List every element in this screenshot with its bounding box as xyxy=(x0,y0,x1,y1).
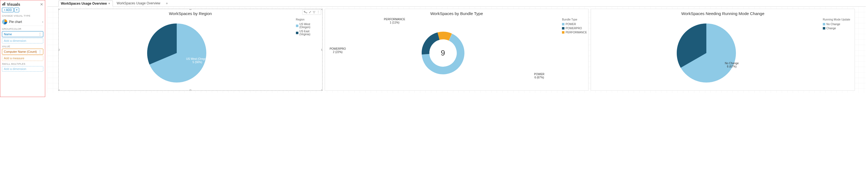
tab-inactive[interactable]: WorkSpaces Usage Overview xyxy=(115,1,162,6)
sheet-tabs: WorkSpaces Usage Overview ▼ WorkSpaces U… xyxy=(48,0,866,7)
add-measure-placeholder[interactable]: Add a measure xyxy=(2,55,43,61)
chart-title: WorkSpaces Needing Running Mode Change xyxy=(591,9,855,16)
expand-icon[interactable]: ⤢ xyxy=(309,10,311,14)
slice-label-performance: PERFORMANCE1 (11%) xyxy=(384,18,405,24)
dashboard-canvas: WorkSpaces Usage Overview ▼ WorkSpaces U… xyxy=(45,0,868,97)
pie-chart[interactable]: Change3 (33%) No Change6 (67%) xyxy=(591,16,822,90)
slice-label-power: POWER6 (67%) xyxy=(534,73,545,79)
chart-title: WorkSpaces by Bundle Type xyxy=(325,9,589,16)
legend-title: Bundle Type xyxy=(562,18,587,21)
more-icon[interactable]: ⋮ xyxy=(38,50,41,53)
legend-item[interactable]: POWERPRO xyxy=(562,27,587,30)
add-button[interactable]: + ADD xyxy=(2,8,14,12)
viz-workspaces-by-bundle[interactable]: WorkSpaces by Bundle Type 9 POWER6 (67%)… xyxy=(325,9,589,91)
donut-center-value: 9 xyxy=(441,49,445,57)
legend: Running Mode Update No Change Change xyxy=(822,16,855,90)
visuals-panel: Visuals ✕ + ADD ▼ CHANGE VISUAL TYPE Pie… xyxy=(0,0,45,97)
viz-toolbar: ✎ₐ ⤢ ▽ ⋮ xyxy=(302,9,321,15)
tab-label: WorkSpaces Usage Overview xyxy=(61,2,107,5)
visual-type-selector[interactable]: Pie chart › xyxy=(2,18,43,26)
svg-rect-2 xyxy=(4,2,5,5)
viz-workspaces-running-mode[interactable]: WorkSpaces Needing Running Mode Change C… xyxy=(591,9,855,91)
pie-chart-icon xyxy=(2,19,7,25)
slice-label-powerpro: POWERPRO2 (22%) xyxy=(330,47,346,54)
legend-item[interactable]: PERFORMANCE xyxy=(562,31,587,34)
add-small-mult-placeholder[interactable]: Add a dimension xyxy=(2,66,43,72)
panel-title: Visuals xyxy=(2,2,20,7)
autograph-icon[interactable]: ✎ₐ xyxy=(304,10,307,14)
legend-item[interactable]: Change xyxy=(823,27,854,30)
chevron-right-icon: › xyxy=(42,20,43,24)
add-dropdown[interactable]: ▼ xyxy=(14,8,19,12)
change-visual-type-label: CHANGE VISUAL TYPE xyxy=(2,14,43,17)
legend: Bundle Type POWER POWERPRO PERFORMANCE xyxy=(561,16,588,90)
tab-active[interactable]: WorkSpaces Usage Overview ▼ xyxy=(58,1,113,7)
legend-title: Running Mode Update xyxy=(823,18,854,21)
slice-label-west: US West (Oregon)5 (56%) xyxy=(186,57,209,64)
value-field-pill[interactable]: Computer Name (Count) ⋮ xyxy=(2,49,43,55)
more-icon[interactable]: ⋮ xyxy=(38,32,41,36)
group-color-label: GROUP/COLOR xyxy=(2,28,43,30)
svg-rect-0 xyxy=(2,4,3,5)
legend-item[interactable]: US East (Virginia) xyxy=(296,30,321,36)
legend-title: Region xyxy=(296,18,321,21)
svg-rect-1 xyxy=(3,3,4,5)
donut-chart[interactable]: 9 POWER6 (67%) POWERPRO2 (22%) PERFORMAN… xyxy=(325,16,561,90)
legend-item[interactable]: POWER xyxy=(562,23,587,26)
group-field-pill[interactable]: Name ⋮ xyxy=(2,31,43,37)
value-field-text: Computer Name (Count) xyxy=(4,50,37,53)
pie-chart[interactable]: US East (Virginia)4 (44%) US West (Orego… xyxy=(59,16,295,90)
add-dimension-placeholder[interactable]: Add a dimension xyxy=(2,38,43,43)
small-multiples-label: SMALL MULTIPLES xyxy=(2,63,43,65)
slice-label-nochange: No Change6 (67%) xyxy=(725,62,739,68)
value-label: VALUE xyxy=(2,45,43,48)
visual-type-text: Pie chart xyxy=(9,20,22,24)
more-icon[interactable]: ⋮ xyxy=(317,10,320,14)
chart-title: WorkSpaces by Region xyxy=(59,9,322,16)
bar-chart-icon xyxy=(2,2,6,7)
legend: Region US West (Oregon) US East (Virgini… xyxy=(295,16,322,90)
legend-item[interactable]: No Change xyxy=(823,23,854,26)
close-icon[interactable]: ✕ xyxy=(40,2,43,7)
viz-workspaces-by-region[interactable]: ✎ₐ ⤢ ▽ ⋮ WorkSpaces by Region US East (V… xyxy=(58,9,322,91)
legend-item[interactable]: US West (Oregon) xyxy=(296,23,321,29)
panel-title-text: Visuals xyxy=(7,2,20,7)
group-field-text: Name xyxy=(4,33,12,36)
add-tab-button[interactable]: + xyxy=(164,1,169,5)
slice-label-change: Change3 (33%) xyxy=(640,41,649,48)
slice-label-east: US East (Virginia)4 (44%) xyxy=(111,47,132,54)
filter-icon[interactable]: ▽ xyxy=(313,10,315,14)
chevron-down-icon[interactable]: ▼ xyxy=(108,2,111,5)
